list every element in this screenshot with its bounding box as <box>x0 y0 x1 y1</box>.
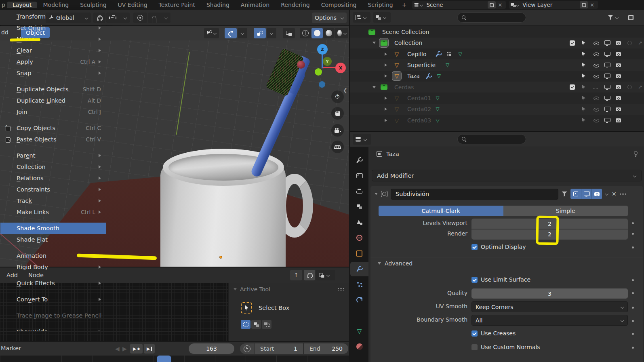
menu-item-join[interactable]: JoinCtrl J <box>0 106 106 118</box>
outliner-row-collection[interactable]: Collection↗ <box>350 38 644 48</box>
outliner-row-taza[interactable]: ▽Taza▽ <box>350 71 644 82</box>
view-layer-selector[interactable]: View Layer ✕ <box>509 1 598 9</box>
gizmo-z-axis[interactable]: Z <box>317 44 328 55</box>
workspace-tab-animation[interactable]: Animation <box>235 2 275 8</box>
expand-caret-icon[interactable] <box>385 63 387 67</box>
monitor-icon[interactable] <box>604 95 610 101</box>
marker-menu[interactable]: Marker <box>1 345 21 351</box>
shading-material-button[interactable] <box>323 28 335 38</box>
checkbox-use-limit-surface[interactable] <box>471 277 478 283</box>
scene-copy-button[interactable] <box>488 1 496 8</box>
outliner-row-cerda02[interactable]: ▽Cerda02▽ <box>350 104 644 115</box>
modifier-name-field[interactable]: Subdivisión <box>391 189 558 200</box>
add-modifier-dropdown[interactable]: Add Modifier <box>372 170 642 181</box>
add-workspace-button[interactable]: + <box>399 0 410 10</box>
gizmo-x-axis[interactable]: X <box>335 63 346 73</box>
menu-item-shade-smooth[interactable]: Shade Smooth <box>0 223 106 234</box>
menu-item-parent[interactable]: Parent <box>0 150 106 161</box>
keyframe-dot[interactable] <box>632 333 634 335</box>
snap-toggle-button[interactable] <box>304 270 315 280</box>
snap-target-dropdown[interactable] <box>106 13 130 23</box>
menu-item-quick-effects[interactable]: Quick Effects <box>0 278 106 289</box>
eye-icon[interactable] <box>593 118 600 123</box>
menu-item-apply[interactable]: ApplyCtrl A <box>0 56 106 67</box>
camera-icon[interactable] <box>615 63 622 68</box>
properties-tab-constraints[interactable] <box>350 308 368 323</box>
monitor-icon[interactable] <box>604 106 610 112</box>
eye-icon[interactable] <box>593 95 600 101</box>
menu-item-relations[interactable]: Relations <box>0 173 106 184</box>
scene-selector[interactable]: Scene ✕ <box>412 1 506 9</box>
ortho-toggle-button[interactable] <box>331 141 344 153</box>
modifier-extras-dropdown[interactable] <box>605 192 608 196</box>
checkbox-optimal-display[interactable] <box>471 244 478 250</box>
camera-icon[interactable] <box>615 118 622 123</box>
cursor-icon[interactable] <box>581 84 586 90</box>
indirect-only-icon[interactable]: ↗ <box>638 40 642 46</box>
workspace-tab-modeling[interactable]: Modeling <box>37 2 74 8</box>
outliner-row-cepillo[interactable]: ▽Cepillo▽ <box>350 48 644 59</box>
timeline-ruler[interactable] <box>0 356 349 362</box>
view-layer-copy-button[interactable] <box>580 1 588 8</box>
next-keyframe-button[interactable]: ▶◆ <box>130 344 143 354</box>
menu-item-trace-image-to-grease-pencil[interactable]: Trace Image to Grease Pencil <box>0 310 106 321</box>
properties-search-input[interactable] <box>457 134 526 144</box>
properties-tab-object[interactable] <box>350 246 368 261</box>
menu-item-convert-to[interactable]: Convert To <box>0 294 106 305</box>
properties-tab-scene[interactable] <box>350 215 368 229</box>
eye-icon[interactable] <box>593 73 600 79</box>
menu-item-duplicate-objects[interactable]: Duplicate ObjectsShift D <box>0 84 106 95</box>
cursor-icon[interactable] <box>581 40 586 46</box>
display-render-toggle[interactable] <box>591 189 602 199</box>
workspace-tab-compositing[interactable]: Compositing <box>316 2 362 8</box>
menu-item-make-links[interactable]: Make LinksCtrl L <box>0 206 106 218</box>
holdout-icon[interactable] <box>627 85 632 89</box>
monitor-icon[interactable] <box>604 40 610 46</box>
expand-caret-icon[interactable] <box>385 74 387 78</box>
select-subtract-button[interactable] <box>262 320 271 329</box>
outliner-row-cerda03[interactable]: ▽Cerda03▽ <box>350 115 644 126</box>
keyframe-dot[interactable] <box>632 233 634 235</box>
new-collection-button[interactable] <box>626 12 640 23</box>
expand-caret-icon[interactable] <box>385 53 387 56</box>
monitor-icon[interactable] <box>604 118 610 123</box>
pan-button[interactable] <box>331 107 344 120</box>
monitor-icon[interactable] <box>604 73 610 79</box>
checkbox-icon[interactable] <box>570 40 575 46</box>
camera-icon[interactable] <box>615 95 622 101</box>
properties-tab-physics[interactable] <box>350 293 368 307</box>
proportional-falloff-dropdown[interactable] <box>148 13 170 23</box>
properties-tab-viewlayer[interactable] <box>350 200 368 214</box>
menu-item-transform[interactable]: Transform <box>0 11 106 22</box>
parent-tree-button[interactable]: ↑ <box>290 270 302 280</box>
eye-closed-icon[interactable] <box>592 84 599 90</box>
cursor-icon[interactable] <box>581 107 586 112</box>
jump-to-end-button[interactable]: ▶ <box>144 344 155 354</box>
active-tool-header[interactable]: Active Tool <box>234 286 270 293</box>
camera-icon[interactable] <box>615 74 622 79</box>
menu-item-collection[interactable]: Collection <box>0 161 106 173</box>
outliner-row-superficie[interactable]: ▽Superficie▽ <box>350 59 644 70</box>
shading-rendered-dropdown[interactable] <box>335 28 348 38</box>
camera-icon[interactable] <box>615 84 622 90</box>
workspace-tab-texture-paint[interactable]: Texture Paint <box>153 2 201 8</box>
use-preview-range-button[interactable] <box>240 343 254 354</box>
expand-caret-icon[interactable] <box>385 107 387 111</box>
camera-icon[interactable] <box>615 51 622 57</box>
dropdown-uv-smooth[interactable]: Keep Corners <box>471 301 628 312</box>
workspace-tab-sculpting[interactable]: Sculpting <box>74 2 112 8</box>
properties-tab-data[interactable]: ▽ <box>350 324 368 339</box>
keyframe-dot[interactable] <box>632 292 634 294</box>
menu-item-paste-objects[interactable]: Paste ObjectsCtrl V <box>0 134 106 145</box>
keyframe-dot[interactable] <box>632 347 634 349</box>
options-dropdown[interactable]: Options <box>312 13 347 23</box>
expand-caret-icon[interactable] <box>373 42 376 44</box>
playhead[interactable] <box>157 356 171 362</box>
overlays-dropdown[interactable] <box>267 28 276 38</box>
expand-caret-icon[interactable] <box>373 86 376 88</box>
sidebar-collapse-arrow[interactable]: ❮ <box>343 87 347 93</box>
view-layer-remove-button[interactable]: ✕ <box>588 2 596 8</box>
gizmos-dropdown[interactable] <box>238 28 247 38</box>
keyframe-dot[interactable] <box>632 246 634 248</box>
eye-icon[interactable] <box>593 51 600 57</box>
